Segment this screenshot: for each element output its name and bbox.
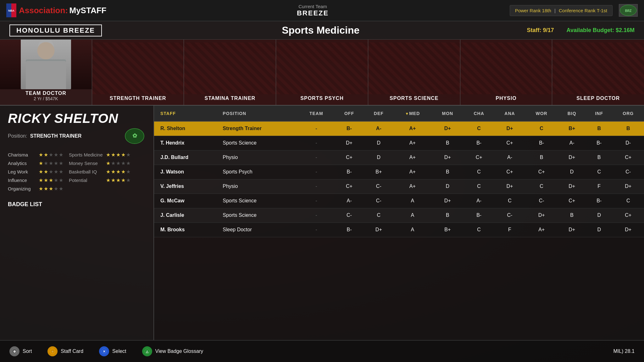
grade-cell: C+ [464,150,494,165]
grade-cell: Sports Science [219,208,298,222]
grade-cell: B- [335,165,364,179]
staff-slot-strength-trainer[interactable]: STRENGTH TRAINER [92,40,184,105]
grade-cell: C- [612,165,644,179]
nav-center: Current Team BREEZE [116,4,509,17]
grade-cell: D+ [558,179,586,194]
col-wor: WOR [525,106,558,121]
table-body: R. SheltonStrength Trainer-B-A-A+D+CD+CB… [154,121,644,237]
team-logo-nav-icon: BRZ [619,4,638,17]
grade-cell: - [298,179,334,194]
staff-slot-stamina-trainer[interactable]: STAMINA TRAINER [184,40,276,105]
grade-cell: A+ [393,165,431,179]
col-org: ORG [612,106,644,121]
basketball-iq-stars: ★★★★★ [106,169,130,175]
grade-cell: B- [586,136,613,150]
budget-info: Available Budget: $2.16M [567,27,635,34]
current-team-label: Current Team [298,4,327,9]
col-mon: MON [431,106,464,121]
grade-cell: A- [558,136,586,150]
grade-cell: B+ [558,121,586,136]
staff-slot-sleep-doctor[interactable]: SLEEP DOCTOR [552,40,644,105]
grade-cell: B [431,136,464,150]
grade-cell: Sports Science [219,136,298,150]
staff-name-cell: R. Shelton [154,121,219,136]
position-label: Position: [8,133,27,139]
power-rank-label: Power Rank [515,8,541,13]
staff-card-button-icon[interactable]: ○ [47,346,58,356]
staff-slot-physio[interactable]: PHYSIO [460,40,552,105]
grade-cell: B- [525,136,558,150]
main-content: RICKY SHELTON Position: STRENGTH TRAINER… [0,106,644,340]
table-container: STAFF POSITION TEAM OFF DEF ▼MED MON CHA… [154,106,644,340]
grade-cell: B- [464,208,494,222]
grade-cell: D [558,165,586,179]
grade-cell: C+ [612,150,644,165]
staff-card-label: Staff Card [61,348,83,354]
grade-cell: A [393,208,431,222]
grade-cell: B [586,121,613,136]
grade-cell: A- [464,194,494,208]
staff-card-action[interactable]: ○ Staff Card [47,346,83,356]
select-button-icon[interactable]: ✕ [99,346,109,356]
col-ana: ANA [494,106,525,121]
organizing-stars: ★★★★★ [39,186,63,192]
bottom-bar: ⊕ Sort ○ Staff Card ✕ Select [0,340,644,362]
grade-cell: C [464,121,494,136]
svg-text:⊕: ⊕ [13,350,16,353]
table-row[interactable]: J. CarlisleSports Science-C-CABB-C-D+BDC… [154,208,644,222]
rank-badge: Power Rank 18th | Conference Rank T-1st [510,5,613,16]
slot-label-team-doctor: TEAM DOCTOR [25,90,66,96]
position-value: STRENGTH TRAINER [30,133,82,139]
table-row[interactable]: J. WatsonSports Psych-B-B+A+BCC+C+DCC- [154,165,644,179]
grade-cell: C+ [335,179,364,194]
grade-cell: C+ [494,136,525,150]
staff-name-cell: V. Jeffries [154,179,219,194]
table-row[interactable]: V. JeffriesPhysio-C+C-A+DCD+CD+FD+ [154,179,644,194]
staff-slot-sports-psych[interactable]: SPORTS PSYCH [276,40,368,105]
table-row[interactable]: T. HendrixSports Science-D+DA+BB-C+B-A-B… [154,136,644,150]
grade-cell: C+ [558,194,586,208]
staff-info: Staff: 9/17 [527,27,554,34]
select-action[interactable]: ✕ Select [99,346,126,356]
col-inf: INF [586,106,613,121]
grade-cell: D+ [431,194,464,208]
grade-cell: C+ [494,165,525,179]
sort-label: Sort [23,348,32,354]
slot-label-strength-trainer: STRENGTH TRAINER [110,96,166,101]
svg-text:✿: ✿ [132,133,137,139]
view-badge-action[interactable]: △ View Badge Glossary [142,346,203,356]
sort-button-icon[interactable]: ⊕ [9,346,19,356]
slot-label-sleep-doctor: SLEEP DOCTOR [576,96,620,101]
attr-row-organizing: Organizing ★★★★★ [8,186,146,192]
table-row[interactable]: J.D. BullardPhysio-C+DA+D+C+A-BD+BC+ [154,150,644,165]
grade-cell: A- [335,194,364,208]
grade-cell: F [586,179,613,194]
grade-cell: C [464,222,494,237]
table-row[interactable]: M. BrooksSleep Doctor-B-D+AB+CFA+D+DD+ [154,222,644,237]
grade-cell: B- [335,222,364,237]
potential-stars: ★★★★★ [106,177,130,183]
nav-team-name: BREEZE [297,9,329,17]
grade-cell: C- [364,179,393,194]
grade-cell: D+ [431,150,464,165]
grade-cell: - [298,194,334,208]
view-badge-button-icon[interactable]: △ [142,346,152,356]
table-row[interactable]: G. McCawSports Science-A-C-AD+A-CC-C+B-C [154,194,644,208]
staff-name-cell: J. Carlisle [154,208,219,222]
staff-slot-sports-science[interactable]: SPORTS SCIENCE [368,40,460,105]
top-nav: NBA Association: MySTAFF Current Team BR… [0,0,644,21]
grade-cell: C [525,121,558,136]
sort-action[interactable]: ⊕ Sort [9,346,32,356]
col-team: TEAM [298,106,334,121]
svg-text:BRZ: BRZ [625,9,631,13]
grade-cell: B- [464,136,494,150]
col-cha: CHA [464,106,494,121]
table-row[interactable]: R. SheltonStrength Trainer-B-A-A+D+CD+CB… [154,121,644,136]
right-panel: STAFF POSITION TEAM OFF DEF ▼MED MON CHA… [154,106,644,340]
grade-cell: D+ [612,222,644,237]
attr-row-charisma: Charisma ★★★★★ Sports Medicine ★★★★★ [8,152,146,158]
grade-cell: D- [612,136,644,150]
analytics-stars: ★★★★★ [39,160,63,166]
staff-slot-team-doctor[interactable]: TEAM DOCTOR 2 Yr / $547K [0,40,92,105]
staff-slots: TEAM DOCTOR 2 Yr / $547K STRENGTH TRAINE… [0,40,644,106]
